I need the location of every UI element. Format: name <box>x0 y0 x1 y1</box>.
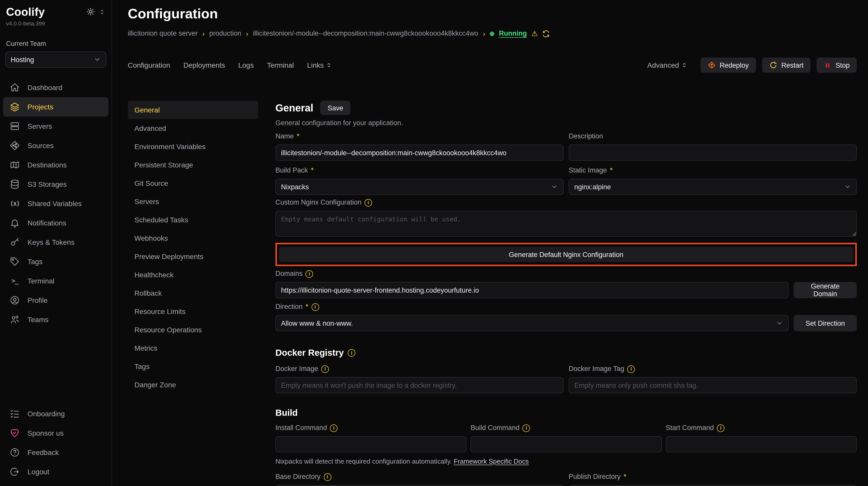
subnav-item-git-source[interactable]: Git Source <box>128 174 258 192</box>
status-dot <box>490 31 494 36</box>
subnav-item-webhooks[interactable]: Webhooks <box>128 229 258 247</box>
info-icon[interactable] <box>330 424 338 432</box>
sidebar-item-terminal[interactable]: >_ Terminal <box>3 271 108 291</box>
subnav-item-metrics[interactable]: Metrics <box>128 339 258 357</box>
subnav-item-environment-variables[interactable]: Environment Variables <box>128 137 258 156</box>
sidebar-item-logout[interactable]: Logout <box>3 462 108 481</box>
warning-icon[interactable]: ⚠ <box>531 30 538 37</box>
description-input[interactable] <box>569 144 857 161</box>
nginx-config-textarea[interactable] <box>275 211 857 237</box>
sidebar-collapse-chevrons-icon[interactable] <box>99 8 105 15</box>
set-direction-button[interactable]: Set Direction <box>794 315 857 331</box>
generate-nginx-config-button[interactable]: Generate Default Nginx Configuration <box>279 247 853 262</box>
restart-button[interactable]: Restart <box>762 58 810 73</box>
nixpacks-note-text: Nixpacks will detect the required config… <box>275 457 452 465</box>
subnav-item-resource-limits[interactable]: Resource Limits <box>128 302 258 321</box>
subnav-item-servers[interactable]: Servers <box>128 192 258 211</box>
info-icon[interactable] <box>365 199 372 206</box>
theme-toggle-sun-icon[interactable] <box>87 8 95 16</box>
docker-image-input[interactable] <box>275 377 564 393</box>
install-command-input[interactable] <box>275 436 467 452</box>
breadcrumb-separator: › <box>483 29 485 38</box>
tab-configuration[interactable]: Configuration <box>128 61 170 69</box>
install-command-field: Install Command <box>275 423 467 452</box>
subnav-item-tags[interactable]: Tags <box>128 357 258 376</box>
tab-logs[interactable]: Logs <box>238 61 254 69</box>
app-logo[interactable]: Coolify <box>6 5 45 19</box>
current-team-label: Current Team <box>0 40 112 47</box>
help-circle-icon <box>10 447 20 457</box>
build-pack-select[interactable]: Nixpacks <box>275 179 564 195</box>
breadcrumb-application[interactable]: illicitestonion/-module--decomposition:m… <box>253 29 478 38</box>
subnav-item-preview-deployments[interactable]: Preview Deployments <box>128 247 258 266</box>
chevron-down-icon <box>776 320 783 327</box>
sidebar-item-sources[interactable]: Sources <box>3 136 108 155</box>
base-directory-field: Base Directory <box>275 472 564 486</box>
sidebar-item-destinations[interactable]: Destinations <box>3 155 108 174</box>
info-icon[interactable] <box>321 365 329 373</box>
sidebar-item-s3-storages[interactable]: S3 Storages <box>3 174 108 194</box>
direction-select[interactable]: Allow www & non-www. <box>275 315 788 331</box>
refresh-icon[interactable] <box>542 30 550 37</box>
sidebar-item-servers[interactable]: Servers <box>3 117 108 136</box>
subnav-item-general[interactable]: General <box>128 101 258 119</box>
info-icon[interactable] <box>523 424 530 432</box>
info-icon[interactable] <box>717 424 724 432</box>
sidebar-item-profile[interactable]: Profile <box>3 291 108 310</box>
domains-input[interactable] <box>275 282 788 298</box>
info-icon[interactable] <box>348 349 355 357</box>
terminal-icon: >_ <box>10 276 20 286</box>
build-command-input[interactable] <box>471 436 662 452</box>
info-icon[interactable] <box>306 270 313 278</box>
subnav-item-persistent-storage[interactable]: Persistent Storage <box>128 156 258 174</box>
publish-directory-input[interactable] <box>569 485 857 486</box>
sidebar-item-keys-tokens[interactable]: Keys & Tokens <box>3 233 108 252</box>
sidebar-item-projects[interactable]: Projects <box>3 97 108 117</box>
sidebar-item-label: Destinations <box>28 161 67 169</box>
subnav-item-scheduled-tasks[interactable]: Scheduled Tasks <box>128 211 258 229</box>
info-icon[interactable] <box>311 303 319 311</box>
sidebar-item-sponsor-us[interactable]: Sponsor us <box>3 423 108 443</box>
tab-links[interactable]: Links <box>307 61 332 69</box>
redeploy-button[interactable]: Redeploy <box>700 58 756 73</box>
direction-field: Direction* Allow www & non-www. <box>275 302 788 331</box>
sidebar-item-label: Keys & Tokens <box>28 238 74 246</box>
tab-deployments[interactable]: Deployments <box>184 61 225 69</box>
breadcrumb-project[interactable]: illicitonion quote server <box>128 29 198 38</box>
sidebar-item-teams[interactable]: Teams <box>3 310 108 329</box>
subnav-item-rollback[interactable]: Rollback <box>128 284 258 302</box>
generate-domain-button[interactable]: Generate Domain <box>794 282 857 298</box>
subnav-item-resource-operations[interactable]: Resource Operations <box>128 321 258 339</box>
bell-icon <box>10 218 20 228</box>
name-input[interactable] <box>275 144 564 161</box>
tab-terminal[interactable]: Terminal <box>267 61 294 69</box>
sidebar-item-onboarding[interactable]: Onboarding <box>3 404 108 423</box>
breadcrumb-environment[interactable]: production <box>209 29 241 38</box>
sidebar-item-label: Projects <box>28 103 53 111</box>
info-icon[interactable] <box>323 473 331 481</box>
info-icon[interactable] <box>627 365 635 373</box>
framework-docs-link[interactable]: Framework Specific Docs <box>454 457 529 465</box>
save-button[interactable]: Save <box>320 101 350 115</box>
chevrons-up-down-icon <box>681 62 687 68</box>
sidebar-item-dashboard[interactable]: Dashboard <box>3 78 108 97</box>
subnav-item-healthcheck[interactable]: Healthcheck <box>128 266 258 284</box>
status-badge[interactable]: Running <box>499 29 527 38</box>
users-icon <box>10 315 20 325</box>
start-command-input[interactable] <box>665 436 857 452</box>
team-select[interactable]: Hosting <box>5 52 106 68</box>
sidebar-item-feedback[interactable]: Feedback <box>3 443 108 462</box>
sidebar-item-notifications[interactable]: Notifications <box>3 213 108 233</box>
subnav-item-advanced[interactable]: Advanced <box>128 119 258 137</box>
stop-button[interactable]: Stop <box>816 58 857 73</box>
sidebar-item-shared-variables[interactable]: (x) Shared Variables <box>3 194 108 213</box>
chevron-down-icon <box>94 56 101 63</box>
base-directory-input[interactable] <box>275 485 564 486</box>
sidebar-item-tags[interactable]: Tags <box>3 252 108 271</box>
static-image-select[interactable]: nginx:alpine <box>569 179 857 195</box>
subnav-item-danger-zone[interactable]: Danger Zone <box>128 376 258 394</box>
sidebar-item-label: S3 Storages <box>28 180 67 188</box>
docker-image-tag-input[interactable] <box>569 377 857 393</box>
sidebar-item-label: Feedback <box>28 448 59 456</box>
advanced-dropdown[interactable]: Advanced <box>647 61 687 69</box>
